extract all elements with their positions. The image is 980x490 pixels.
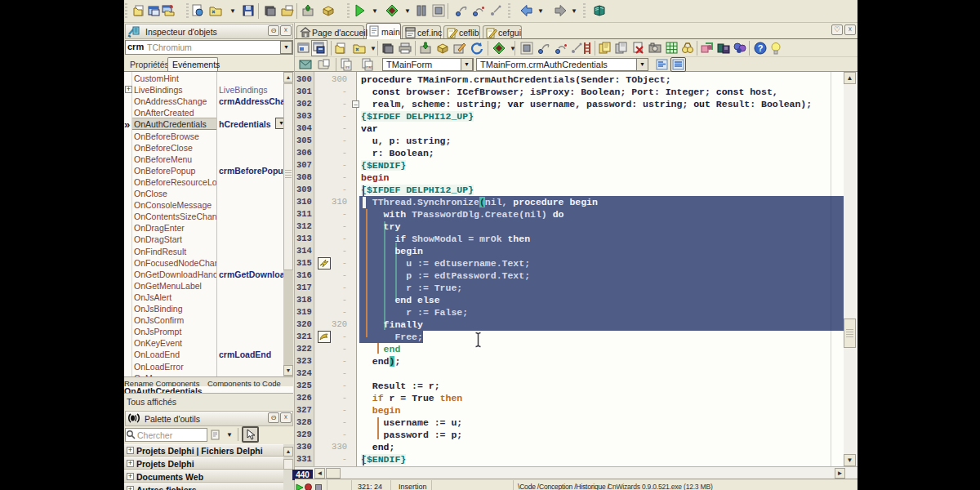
svg-text:inst: inst: [365, 65, 372, 69]
svg-text:?: ?: [758, 43, 764, 53]
svg-text:ini: ini: [345, 65, 350, 69]
